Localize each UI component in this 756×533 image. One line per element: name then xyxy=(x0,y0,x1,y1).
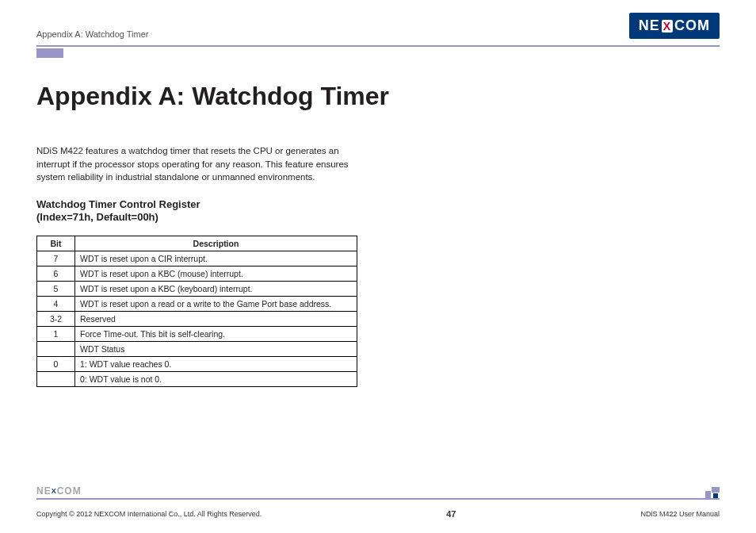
cell-description: WDT is reset upon a KBC (keyboard) inter… xyxy=(75,281,357,296)
cell-bit: 5 xyxy=(37,281,75,296)
page-footer: Copyright © 2012 NEXCOM International Co… xyxy=(36,509,720,519)
cell-description: WDT is reset upon a KBC (mouse) interrup… xyxy=(75,266,357,281)
page-content: Appendix A: Watchdog Timer NDiS M422 fea… xyxy=(0,58,756,387)
cell-description: WDT is reset upon a read or a write to t… xyxy=(75,296,357,311)
table-row: 5WDT is reset upon a KBC (keyboard) inte… xyxy=(37,281,357,296)
table-row: WDT Status xyxy=(37,341,357,356)
table-row: 1Force Time-out. This bit is self-cleari… xyxy=(37,326,357,341)
corner-decoration xyxy=(705,487,720,498)
intro-paragraph: NDiS M422 features a watchdog timer that… xyxy=(36,144,357,184)
cell-bit: 6 xyxy=(37,266,75,281)
footer-rule xyxy=(36,498,720,500)
cell-bit xyxy=(37,341,75,356)
table-row: 7WDT is reset upon a CIR interrupt. xyxy=(37,251,357,266)
cell-bit: 0 xyxy=(37,356,75,371)
cell-description: WDT Status xyxy=(75,341,357,356)
cell-bit: 7 xyxy=(37,251,75,266)
footer-logo-post: COM xyxy=(57,485,82,497)
register-heading: Watchdog Timer Control Register (Index=7… xyxy=(36,198,720,224)
register-heading-line1: Watchdog Timer Control Register xyxy=(36,198,200,210)
table-row: 6WDT is reset upon a KBC (mouse) interru… xyxy=(37,266,357,281)
cell-bit: 3-2 xyxy=(37,311,75,326)
logo-post: COM xyxy=(674,17,710,34)
footer-logo-pre: NE xyxy=(36,485,52,497)
logo-pre: NE xyxy=(639,17,660,34)
cell-description: Force Time-out. This bit is self-clearin… xyxy=(75,326,357,341)
table-header-row: Bit Description xyxy=(37,236,357,251)
header-section-title: Appendix A: Watchdog Timer xyxy=(36,29,148,39)
header-description: Description xyxy=(75,236,357,251)
footer-logo: NEXCOM xyxy=(36,485,82,497)
register-heading-line2: (Index=71h, Default=00h) xyxy=(36,211,158,223)
nexcom-logo: NEXCOM xyxy=(629,13,720,39)
cell-bit: 1 xyxy=(37,326,75,341)
table-row: 3-2Reserved xyxy=(37,311,357,326)
cell-description: Reserved xyxy=(75,311,357,326)
section-tab-marker xyxy=(36,48,63,58)
footer-copyright: Copyright © 2012 NEXCOM International Co… xyxy=(36,510,262,518)
table-row: 01: WDT value reaches 0. xyxy=(37,356,357,371)
page-number: 47 xyxy=(446,509,456,519)
table-row: 0: WDT value is not 0. xyxy=(37,371,357,386)
cell-bit: 4 xyxy=(37,296,75,311)
cell-description: 1: WDT value reaches 0. xyxy=(75,356,357,371)
logo-x: X xyxy=(662,20,673,33)
cell-description: 0: WDT value is not 0. xyxy=(75,371,357,386)
header-bit: Bit xyxy=(37,236,75,251)
table-row: 4WDT is reset upon a read or a write to … xyxy=(37,296,357,311)
cell-description: WDT is reset upon a CIR interrupt. xyxy=(75,251,357,266)
footer-manual-name: NDiS M422 User Manual xyxy=(640,510,720,518)
cell-bit xyxy=(37,371,75,386)
register-table: Bit Description 7WDT is reset upon a CIR… xyxy=(36,236,357,387)
header-rule xyxy=(36,45,720,47)
page-header: Appendix A: Watchdog Timer NEXCOM xyxy=(0,0,756,42)
page-title: Appendix A: Watchdog Timer xyxy=(36,82,720,111)
footer-logo-x: X xyxy=(52,487,57,495)
